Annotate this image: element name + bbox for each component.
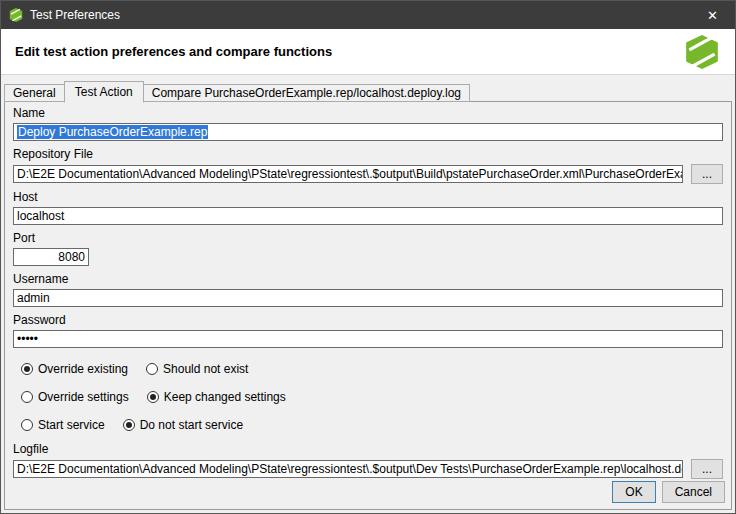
dialog-button-bar: OK Cancel bbox=[612, 481, 725, 503]
repository-file-label: Repository File bbox=[13, 147, 723, 161]
logfile-label: Logfile bbox=[13, 442, 723, 456]
test-action-panel: Name Deploy PurchaseOrderExample.rep Rep… bbox=[4, 101, 732, 510]
settings-radio-group: Override settings Keep changed settings bbox=[21, 390, 723, 404]
radio-keep-changed-settings-circle[interactable] bbox=[147, 391, 159, 403]
dialog-header: Edit test action preferences and compare… bbox=[1, 29, 735, 75]
radio-do-not-start-service-circle[interactable] bbox=[123, 419, 135, 431]
password-label: Password bbox=[13, 313, 723, 327]
logfile-browse-button[interactable]: ... bbox=[691, 459, 723, 479]
tab-compare[interactable]: Compare PurchaseOrderExample.rep/localho… bbox=[143, 84, 470, 102]
e2e-logo-icon bbox=[683, 33, 721, 71]
radio-do-not-start-service[interactable]: Do not start service bbox=[123, 418, 243, 432]
cancel-button[interactable]: Cancel bbox=[662, 481, 725, 503]
dialog-description: Edit test action preferences and compare… bbox=[15, 44, 332, 59]
tab-general[interactable]: General bbox=[4, 84, 65, 102]
host-input[interactable]: localhost bbox=[13, 207, 723, 225]
service-radio-group: Start service Do not start service bbox=[21, 418, 723, 432]
port-label: Port bbox=[13, 231, 723, 245]
username-label: Username bbox=[13, 272, 723, 286]
radio-should-not-exist[interactable]: Should not exist bbox=[146, 362, 248, 376]
radio-start-service[interactable]: Start service bbox=[21, 418, 105, 432]
radio-override-settings-circle[interactable] bbox=[21, 391, 33, 403]
window-title: Test Preferences bbox=[30, 8, 120, 22]
radio-override-existing[interactable]: Override existing bbox=[21, 362, 128, 376]
name-input-selected-text: Deploy PurchaseOrderExample.rep bbox=[17, 125, 208, 139]
password-input[interactable]: ••••• bbox=[13, 330, 723, 348]
port-input[interactable]: 8080 bbox=[13, 248, 89, 266]
username-input[interactable]: admin bbox=[13, 289, 723, 307]
tab-bar: General Test Action Compare PurchaseOrde… bbox=[4, 80, 469, 102]
radio-should-not-exist-circle[interactable] bbox=[146, 363, 158, 375]
tab-test-action[interactable]: Test Action bbox=[64, 81, 144, 103]
radio-override-settings[interactable]: Override settings bbox=[21, 390, 129, 404]
title-bar: Test Preferences ✕ bbox=[1, 1, 735, 29]
close-icon[interactable]: ✕ bbox=[690, 1, 735, 29]
radio-keep-changed-settings[interactable]: Keep changed settings bbox=[147, 390, 286, 404]
app-icon bbox=[8, 7, 24, 23]
exist-radio-group: Override existing Should not exist bbox=[21, 362, 723, 376]
logfile-input[interactable]: D:\E2E Documentation\Advanced Modeling\P… bbox=[13, 460, 683, 478]
ok-button[interactable]: OK bbox=[612, 481, 655, 503]
radio-start-service-circle[interactable] bbox=[21, 419, 33, 431]
test-preferences-dialog: Test Preferences ✕ Edit test action pref… bbox=[0, 0, 736, 514]
name-label: Name bbox=[13, 106, 723, 120]
host-label: Host bbox=[13, 190, 723, 204]
repository-file-browse-button[interactable]: ... bbox=[691, 164, 723, 184]
radio-override-existing-circle[interactable] bbox=[21, 363, 33, 375]
name-input[interactable]: Deploy PurchaseOrderExample.rep bbox=[13, 123, 723, 141]
repository-file-input[interactable]: D:\E2E Documentation\Advanced Modeling\P… bbox=[13, 165, 683, 183]
